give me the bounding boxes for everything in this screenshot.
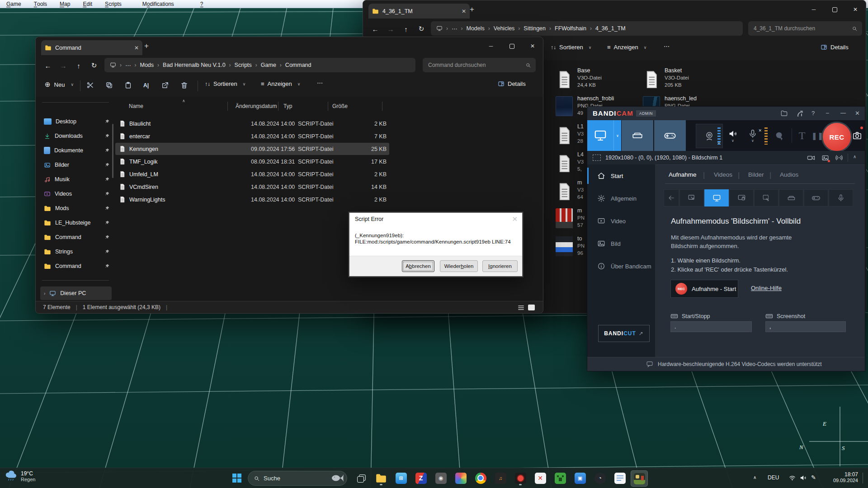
broadcast-icon[interactable]	[835, 154, 843, 162]
menu-edit[interactable]: Edit	[76, 0, 99, 8]
close-button[interactable]: ✕	[522, 37, 543, 55]
sidebar-item-le-hubsteige[interactable]: LE_Hubsteige	[40, 216, 112, 230]
chrome-button[interactable]	[472, 470, 489, 486]
back-button[interactable]: ←	[42, 60, 54, 71]
up-button[interactable]: ↑	[73, 60, 85, 71]
text-overlay-button[interactable]: T	[794, 120, 810, 151]
tab-close-icon[interactable]: ✕	[134, 45, 139, 51]
new-tab-button[interactable]: +	[144, 42, 149, 51]
file-row-tmf-logik[interactable]: TMF_Logik 08.09.2024 18:31 SCRIPT-Datei …	[115, 155, 389, 168]
start-button[interactable]	[229, 470, 245, 486]
up-button[interactable]: ↑	[400, 23, 412, 35]
show-desktop-divider[interactable]	[863, 473, 863, 483]
microphone-button[interactable]: ∨ ✕	[745, 120, 761, 151]
sidebar-scrollbar[interactable]	[112, 124, 113, 178]
new-button[interactable]: ⊕Neu∨	[45, 80, 74, 89]
breadcrumb[interactable]: ›⋯ ›Models ›Vehicles ›Sittingen ›FFWolfs…	[431, 21, 743, 36]
refresh-button[interactable]: ↻	[415, 23, 427, 35]
breadcrumb-models[interactable]: Models	[467, 25, 485, 32]
menu-game[interactable]: Game	[0, 0, 28, 8]
details-pane-button[interactable]: Details	[821, 44, 849, 51]
menu-tools[interactable]: Tools	[28, 0, 53, 8]
nav-bild[interactable]: Bild	[587, 235, 655, 253]
open-folder-icon[interactable]	[781, 110, 788, 117]
sort-button[interactable]: ↑↓Sortieren∨	[551, 44, 591, 51]
share-icon[interactable]	[161, 81, 169, 89]
column-name[interactable]: Name	[129, 103, 143, 109]
close-icon[interactable]: ✕	[855, 110, 860, 117]
online-help-link[interactable]: Online-Hilfe	[751, 285, 782, 291]
menu-modifications[interactable]: Modifications	[136, 0, 180, 8]
text-editor-button[interactable]	[612, 470, 628, 486]
tab-audios[interactable]: Audios	[780, 171, 798, 178]
minimize-button[interactable]: ─	[481, 37, 501, 55]
file-explorer-button[interactable]	[373, 470, 389, 486]
forward-button[interactable]: →	[57, 60, 69, 71]
details-pane-button[interactable]: Details	[498, 80, 526, 87]
breadcrumb-mods[interactable]: Mods	[140, 62, 154, 68]
file-tile[interactable]: BasketV3O-Datei205 KB	[643, 67, 727, 94]
audio-app-button[interactable]: ♫	[492, 470, 509, 486]
tab-aufnahme[interactable]: Aufnahme	[669, 171, 697, 178]
column-type[interactable]: Typ	[283, 103, 292, 109]
file-row-umfeld-lm[interactable]: Umfeld_LM 14.08.2024 14:00 SCRIPT-Datei …	[115, 168, 389, 180]
rec-button[interactable]: REC	[821, 122, 852, 152]
screenshot-button[interactable]	[850, 120, 864, 151]
mode-back-button[interactable]	[664, 189, 679, 206]
explorer-tab[interactable]: 4_36_1_TM ✕	[368, 4, 470, 19]
sort-button[interactable]: ↑↓Sortieren∨	[205, 80, 245, 87]
breadcrumb-vehicles[interactable]: Vehicles	[494, 25, 515, 32]
red-x-app-button[interactable]: ✕	[532, 470, 548, 486]
gimp-button[interactable]: ◉	[433, 470, 449, 486]
sidebar-item-bilder[interactable]: Bilder	[40, 158, 112, 172]
game-recording-mode-button[interactable]	[654, 120, 686, 151]
collapse-chevron-icon[interactable]: ∧	[853, 154, 856, 159]
sidebar-item-strings[interactable]: Strings	[40, 245, 112, 258]
file-row-kennungen-selected[interactable]: Kennungen 09.09.2024 17:56 SCRIPT-Datei …	[115, 143, 389, 155]
nav-video[interactable]: Video	[587, 212, 655, 230]
view-button[interactable]: ≡Anzeigen∨	[607, 44, 646, 51]
ignore-button[interactable]: Ignorieren	[482, 260, 518, 272]
mode-game-button[interactable]	[804, 189, 828, 206]
sidebar-item-mods[interactable]: Mods	[40, 202, 112, 215]
dialog-close-icon[interactable]: ✕	[512, 215, 518, 223]
help-icon[interactable]: ?	[811, 110, 815, 117]
column-size[interactable]: Größe	[332, 103, 348, 109]
file-row-entercar[interactable]: entercar 14.08.2024 14:00 SCRIPT-Datei 7…	[115, 130, 389, 142]
minecraft-button[interactable]	[552, 470, 568, 486]
wifi-icon[interactable]	[788, 474, 796, 482]
maximize-button[interactable]	[824, 0, 845, 19]
expand-chevron-icon[interactable]: ›	[44, 291, 45, 296]
timer-icon[interactable]	[796, 110, 803, 117]
forward-button[interactable]: →	[385, 23, 396, 35]
nav-start[interactable]: Start	[587, 167, 655, 185]
explorer-tab[interactable]: Command ✕	[41, 40, 142, 55]
file-row-blaulicht[interactable]: Blaulicht 14.08.2024 14:00 SCRIPT-Datei …	[115, 117, 389, 130]
minimize-button[interactable]: ─	[803, 0, 824, 19]
ls22-game-button-active[interactable]	[631, 470, 648, 487]
cut-icon[interactable]	[86, 81, 94, 89]
rename-icon[interactable]: A|	[143, 82, 149, 89]
tab-bilder[interactable]: Bilder	[748, 171, 764, 178]
breadcrumb-game[interactable]: Game	[261, 62, 276, 68]
search-box[interactable]: Suche	[248, 471, 347, 486]
breadcrumb[interactable]: ›⋯ ›Mods ›Bad Herrenalb Neu V.1.0 ›Scrip…	[104, 58, 415, 72]
volume-icon[interactable]	[799, 474, 807, 482]
sidebar-item-dieser-pc[interactable]: › Dieser PC	[40, 286, 112, 300]
blue-app-button[interactable]: ▣	[572, 470, 588, 486]
sidebar-item-downloads[interactable]: Downloads	[40, 129, 112, 143]
back-button[interactable]: ←	[369, 23, 381, 35]
breadcrumb-sittingen[interactable]: Sittingen	[524, 25, 546, 32]
details-view-toggle-icon[interactable]	[526, 303, 537, 311]
hotkey-start-stop-input[interactable]: .	[670, 321, 752, 332]
image-capture-icon[interactable]	[821, 154, 829, 162]
sidebar-item-dokumente[interactable]: Dokumente	[40, 144, 112, 157]
more-options-button[interactable]: ⋯	[664, 43, 670, 50]
bandicut-button[interactable]: BANDICUT ↗	[598, 325, 650, 342]
delete-icon[interactable]	[180, 81, 188, 89]
search-box[interactable]: Command durchsuchen	[423, 58, 536, 72]
clock-widget[interactable]: 18:07 09.09.2024	[825, 471, 858, 483]
video-capture-icon[interactable]	[807, 154, 815, 162]
device-recording-mode-button[interactable]	[622, 120, 653, 151]
nav-allgemein[interactable]: Allgemein	[587, 189, 655, 207]
